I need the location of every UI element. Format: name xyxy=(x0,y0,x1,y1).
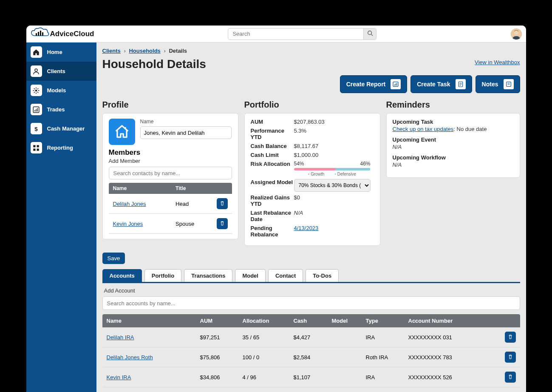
breadcrumb-households[interactable]: Households xyxy=(129,48,160,54)
logo-icon xyxy=(31,27,49,40)
sidebar-label: Trades xyxy=(47,106,65,113)
topbar: AdviceCloud xyxy=(26,26,526,43)
accounts-table: Name AUM Allocation Cash Model Type Acco… xyxy=(102,314,520,387)
add-account-label: Add Account xyxy=(102,287,520,294)
account-alloc: 100 / 0 xyxy=(238,347,289,367)
tab-accounts[interactable]: Accounts xyxy=(102,269,142,282)
add-member-label: Add Member xyxy=(109,158,232,164)
pending-rebalance-link[interactable]: 4/13/2023 xyxy=(294,225,319,231)
account-row: Delilah Jones Roth $75,806 100 / 0 $2,58… xyxy=(102,347,520,367)
chevron-right-icon: › xyxy=(164,48,165,54)
svg-line-5 xyxy=(371,34,373,36)
svg-rect-28 xyxy=(394,85,395,86)
workflow-value: N/A xyxy=(393,162,402,168)
task-icon xyxy=(456,79,466,89)
sidebar-item-trades[interactable]: Trades xyxy=(26,100,96,119)
notes-button[interactable]: Notes xyxy=(476,75,520,93)
reminders-title: Reminders xyxy=(386,100,520,110)
realized-value: $0 xyxy=(294,194,374,207)
cashbal-value: $8,117.67 xyxy=(294,143,374,149)
realized-label: Realized Gains YTD xyxy=(251,194,294,207)
create-report-button[interactable]: Create Report xyxy=(340,75,408,93)
sidebar-item-clients[interactable]: Clients xyxy=(26,62,96,81)
tab-transactions[interactable]: Transactions xyxy=(184,269,232,282)
brand-text: AdviceCloud xyxy=(50,30,94,38)
svg-point-9 xyxy=(35,89,37,91)
sidebar-label: Home xyxy=(47,49,62,55)
model-select[interactable]: 70% Stocks & 30% Bonds (sm xyxy=(294,179,371,192)
sidebar-item-models[interactable]: Models xyxy=(26,81,96,100)
account-number: XXXXXXXXX 031 xyxy=(404,327,501,347)
perf-value: 5.3% xyxy=(294,128,374,140)
tab-todos[interactable]: To-Dos xyxy=(306,269,339,282)
portfolio-title: Portfolio xyxy=(244,100,380,110)
notes-icon xyxy=(504,79,514,89)
member-link[interactable]: Delilah Jones xyxy=(113,201,146,207)
name-label: Name xyxy=(140,119,232,125)
account-type: Roth IRA xyxy=(362,347,404,367)
account-link[interactable]: Delilah Jones Roth xyxy=(107,354,153,361)
svg-line-14 xyxy=(34,88,35,89)
breadcrumb-clients[interactable]: Clients xyxy=(102,48,121,54)
delete-account-button[interactable] xyxy=(505,332,516,343)
event-label: Upcoming Event xyxy=(393,136,514,143)
account-model xyxy=(328,367,362,387)
delete-account-button[interactable] xyxy=(505,352,516,363)
member-link[interactable]: Kevin Jones xyxy=(113,221,143,227)
defensive-legend: Defensive xyxy=(334,172,356,176)
svg-rect-2 xyxy=(40,31,41,36)
tab-model[interactable]: Model xyxy=(235,269,266,282)
task-link[interactable]: Check up on tax updates xyxy=(393,126,454,132)
view-in-wealthbox-link[interactable]: View in Wealthbox xyxy=(475,59,520,65)
button-label: Notes xyxy=(482,81,498,88)
members-title: Members xyxy=(109,148,232,157)
delete-member-button[interactable] xyxy=(217,198,228,209)
svg-rect-24 xyxy=(37,145,39,147)
sidebar: Home Clients Models Trades $ Cash Manage… xyxy=(26,43,96,392)
tab-contact[interactable]: Contact xyxy=(268,269,303,282)
delete-account-button[interactable] xyxy=(505,372,516,383)
trash-icon xyxy=(507,334,513,341)
profile-title: Profile xyxy=(102,100,238,110)
svg-rect-23 xyxy=(33,145,35,147)
save-button[interactable]: Save xyxy=(102,253,125,264)
delete-member-button[interactable] xyxy=(217,218,228,229)
risk-def-pct: 46% xyxy=(360,161,370,167)
svg-rect-0 xyxy=(36,33,37,36)
sidebar-item-home[interactable]: Home xyxy=(26,43,96,62)
avatar[interactable] xyxy=(511,28,522,40)
account-link[interactable]: Kevin IRA xyxy=(107,374,131,381)
sidebar-item-reporting[interactable]: Reporting xyxy=(26,138,96,157)
search-input[interactable] xyxy=(228,28,364,40)
svg-rect-25 xyxy=(33,148,35,151)
account-link[interactable]: Delilah IRA xyxy=(107,334,134,341)
tab-portfolio[interactable]: Portfolio xyxy=(144,269,181,282)
account-row: Delilah IRA $97,251 35 / 65 $4,427 IRA X… xyxy=(102,327,520,347)
model-label: Assigned Model xyxy=(251,179,294,192)
risk-growth-pct: 54% xyxy=(294,161,304,167)
sidebar-item-cash[interactable]: $ Cash Manager xyxy=(26,119,96,138)
svg-rect-29 xyxy=(396,84,396,86)
risk-bar xyxy=(294,168,371,170)
breadcrumb-current: Details xyxy=(169,48,187,54)
sidebar-label: Models xyxy=(47,87,66,94)
task-label: Upcoming Task xyxy=(393,119,514,125)
account-aum: $34,806 xyxy=(196,367,238,387)
members-table: Name Title Delilah Jones Head xyxy=(109,183,232,234)
account-search-input[interactable] xyxy=(102,296,520,310)
cashlim-value: $1,000.00 xyxy=(294,152,374,158)
search-button[interactable] xyxy=(364,28,376,40)
member-search-input[interactable] xyxy=(109,167,232,179)
account-model xyxy=(328,347,362,367)
lastreb-value: N/A xyxy=(294,210,374,222)
household-name-input[interactable] xyxy=(140,126,232,139)
gear-icon xyxy=(31,85,42,96)
col-model: Model xyxy=(328,314,362,327)
report-icon xyxy=(391,79,401,89)
svg-point-4 xyxy=(368,31,372,35)
svg-rect-1 xyxy=(38,32,39,36)
col-name: Name xyxy=(109,183,172,194)
create-task-button[interactable]: Create Task xyxy=(410,75,472,93)
page-title: Household Details xyxy=(102,57,206,71)
account-alloc: 35 / 65 xyxy=(238,327,289,347)
